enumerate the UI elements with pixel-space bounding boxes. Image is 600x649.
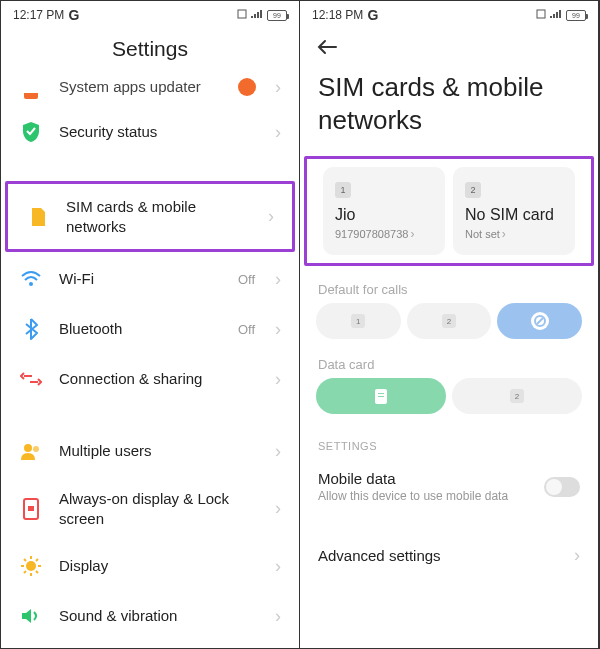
chevron-right-icon: ›	[574, 545, 580, 566]
google-icon: G	[68, 7, 79, 23]
list-item-security[interactable]: Security status ›	[1, 107, 299, 157]
settings-header: SETTINGS	[300, 422, 598, 460]
pill-row-data: 2	[300, 378, 598, 422]
setting-advanced[interactable]: Advanced settings ›	[300, 535, 598, 576]
svg-rect-17	[537, 10, 545, 18]
disable-icon	[531, 312, 549, 330]
bluetooth-icon	[19, 317, 43, 341]
highlight-sim-row: SIM cards & mobile networks ›	[5, 181, 295, 252]
chevron-right-icon: ›	[275, 498, 281, 519]
call-pill-ask[interactable]	[497, 303, 582, 339]
chevron-right-icon: ›	[275, 606, 281, 627]
svg-point-6	[26, 561, 36, 571]
svg-line-12	[36, 571, 38, 573]
highlight-sim-cards: 1 Jio 917907808738› 2 No SIM card Not se…	[304, 156, 594, 266]
list-item-sound[interactable]: Sound & vibration ›	[1, 591, 299, 641]
setting-subtitle: Allow this device to use mobile data	[318, 489, 544, 503]
signal-icon	[549, 8, 563, 22]
chevron-right-icon: ›	[502, 227, 506, 241]
warning-icon	[235, 75, 259, 99]
list-item-notifications[interactable]: Notifications & Control ›	[1, 641, 299, 648]
chevron-right-icon: ›	[275, 77, 281, 98]
list-item-always-on[interactable]: Always-on display & Lock screen ›	[1, 476, 299, 541]
call-pill-sim2[interactable]: 2	[407, 303, 492, 339]
display-icon	[19, 554, 43, 578]
chevron-right-icon: ›	[275, 369, 281, 390]
item-value: Off	[238, 322, 255, 337]
list-item-sim[interactable]: SIM cards & mobile networks ›	[8, 184, 292, 249]
chevron-right-icon: ›	[268, 206, 274, 227]
sim-badge: 2	[465, 182, 481, 198]
right-phone: 12:18 PM G 99 SIM cards & mobile network…	[300, 1, 599, 648]
sim-number: 917907808738›	[335, 227, 433, 241]
sim-icon	[26, 205, 50, 229]
setting-title: Mobile data	[318, 470, 544, 487]
page-title: Settings	[1, 29, 299, 75]
users-icon	[19, 439, 43, 463]
svg-line-19	[537, 318, 543, 324]
list-item-multiple-users[interactable]: Multiple users ›	[1, 426, 299, 476]
data-pill-sim1[interactable]	[316, 378, 446, 414]
list-item-bluetooth[interactable]: Bluetooth Off ›	[1, 304, 299, 354]
chevron-right-icon: ›	[275, 441, 281, 462]
svg-line-13	[36, 559, 38, 561]
section-data-card: Data card	[300, 347, 598, 378]
toggle-mobile-data[interactable]	[544, 477, 580, 497]
status-bar: 12:17 PM G 99	[1, 1, 299, 29]
item-value: Off	[238, 272, 255, 287]
sound-icon	[19, 604, 43, 628]
status-time: 12:17 PM	[13, 8, 64, 22]
data-pill-sim2[interactable]: 2	[452, 378, 582, 414]
sim-badge: 1	[335, 182, 351, 198]
list-item-wifi[interactable]: Wi-Fi Off ›	[1, 254, 299, 304]
item-label: Security status	[59, 122, 259, 142]
item-label: Multiple users	[59, 441, 259, 461]
chevron-right-icon: ›	[275, 556, 281, 577]
item-label: System apps updater	[59, 77, 219, 97]
signal-icon	[250, 8, 264, 22]
data-icon	[536, 8, 546, 22]
sim-card-1[interactable]: 1 Jio 917907808738›	[323, 167, 445, 255]
item-label: Connection & sharing	[59, 369, 259, 389]
back-button[interactable]	[300, 29, 598, 63]
sim-status: Not set›	[465, 227, 563, 241]
svg-rect-0	[238, 10, 246, 18]
shield-icon	[19, 120, 43, 144]
chevron-right-icon: ›	[410, 227, 414, 241]
svg-rect-5	[28, 506, 34, 511]
item-label: Display	[59, 556, 259, 576]
sim-name: Jio	[335, 206, 433, 224]
updater-icon	[19, 75, 43, 99]
arrow-left-icon	[316, 39, 338, 55]
wifi-icon	[19, 267, 43, 291]
chevron-right-icon: ›	[275, 319, 281, 340]
list-item-system-apps[interactable]: System apps updater ›	[1, 75, 299, 107]
left-phone: 12:17 PM G 99 Settings System apps updat…	[1, 1, 300, 648]
sim-name: No SIM card	[465, 206, 563, 224]
list-item-display[interactable]: Display ›	[1, 541, 299, 591]
battery-icon: 99	[267, 10, 287, 21]
battery-icon: 99	[566, 10, 586, 21]
lock-screen-icon	[19, 497, 43, 521]
page-title: SIM cards & mobile networks	[300, 63, 598, 154]
call-pill-sim1[interactable]: 1	[316, 303, 401, 339]
setting-mobile-data[interactable]: Mobile data Allow this device to use mob…	[300, 460, 598, 513]
share-icon	[19, 367, 43, 391]
item-label: Bluetooth	[59, 319, 222, 339]
item-label: Wi-Fi	[59, 269, 222, 289]
chevron-right-icon: ›	[275, 269, 281, 290]
status-time: 12:18 PM	[312, 8, 363, 22]
sim-card-icon	[375, 389, 387, 404]
sim-card-2[interactable]: 2 No SIM card Not set›	[453, 167, 575, 255]
svg-point-2	[24, 444, 32, 452]
item-label: Always-on display & Lock screen	[59, 489, 259, 528]
status-bar: 12:18 PM G 99	[300, 1, 598, 29]
svg-point-1	[29, 282, 33, 286]
item-label: Sound & vibration	[59, 606, 259, 626]
chevron-right-icon: ›	[275, 122, 281, 143]
svg-line-11	[24, 559, 26, 561]
list-item-connection[interactable]: Connection & sharing ›	[1, 354, 299, 404]
svg-line-14	[24, 571, 26, 573]
google-icon: G	[367, 7, 378, 23]
item-label: SIM cards & mobile networks	[66, 197, 252, 236]
